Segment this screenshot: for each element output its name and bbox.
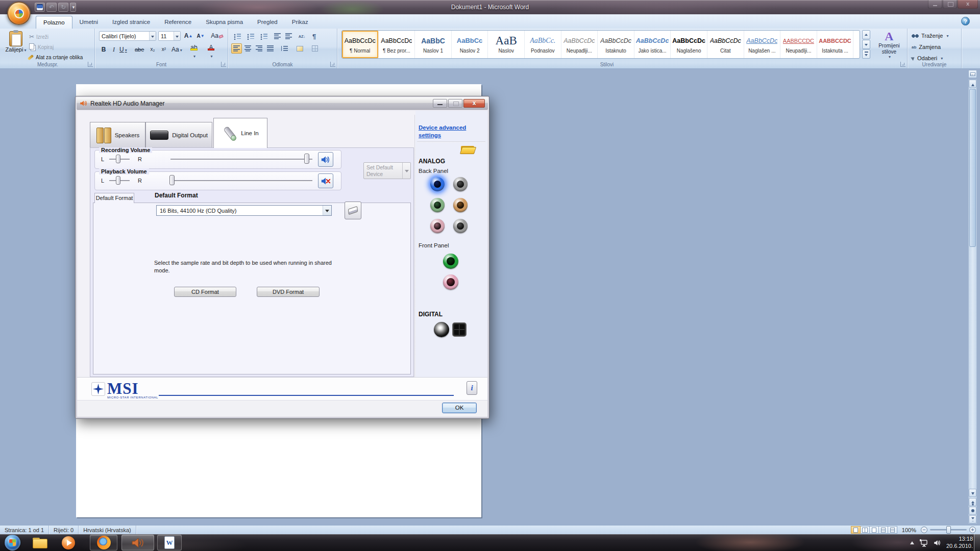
- taskbar-word-button[interactable]: [157, 535, 182, 550]
- superscript-button[interactable]: x²: [159, 44, 168, 55]
- style-cell-heading1[interactable]: AaBbCNaslov 1: [415, 31, 452, 58]
- folder-icon[interactable]: [461, 144, 475, 154]
- taskbar-media-player-button[interactable]: [57, 534, 80, 551]
- select-browse-object-button[interactable]: [969, 507, 976, 515]
- optical-connector[interactable]: [452, 322, 467, 337]
- draft-view-button[interactable]: [888, 526, 897, 534]
- gallery-scroll-up-button[interactable]: [862, 30, 870, 39]
- zoom-in-button[interactable]: +: [969, 527, 976, 533]
- style-cell-no-spacing[interactable]: AaBbCcDc¶ Bez pror...: [379, 31, 415, 58]
- recording-volume-slider[interactable]: [170, 152, 312, 165]
- close-button[interactable]: [958, 0, 978, 9]
- help-button[interactable]: ?: [961, 17, 970, 26]
- highlight-button[interactable]: ab: [189, 44, 199, 55]
- show-desktop-button[interactable]: [974, 534, 980, 551]
- jack-pink-mic[interactable]: [430, 219, 445, 233]
- find-button[interactable]: Traženje: [912, 33, 948, 39]
- default-format-tab[interactable]: Default Format: [94, 193, 134, 203]
- clear-formatting-button[interactable]: Aa: [209, 31, 225, 41]
- zoom-slider[interactable]: [930, 529, 967, 531]
- save-button[interactable]: [35, 3, 45, 12]
- web-layout-view-button[interactable]: [869, 526, 879, 534]
- tab-izgled-stranice[interactable]: Izgled stranice: [105, 16, 157, 29]
- restore-button[interactable]: [943, 0, 957, 9]
- set-default-device-button[interactable]: Set Default Device: [363, 162, 411, 179]
- recording-balance-slider[interactable]: [109, 152, 130, 165]
- select-button[interactable]: Odaberi: [912, 55, 943, 61]
- reset-format-button[interactable]: [345, 202, 361, 219]
- font-dialog-launcher[interactable]: [221, 62, 226, 67]
- volume-icon[interactable]: [934, 539, 941, 546]
- tab-line-in[interactable]: Line In: [213, 118, 267, 148]
- clipboard-dialog-launcher[interactable]: [88, 62, 93, 67]
- format-painter-button[interactable]: Alat za crtanje oblika: [28, 53, 83, 62]
- numbering-button[interactable]: [244, 31, 257, 41]
- italic-button[interactable]: I: [109, 44, 118, 55]
- change-styles-button[interactable]: A Promijeni stilove: [873, 30, 905, 61]
- font-name-select[interactable]: Calibri (Tijelo): [99, 31, 156, 41]
- jack-front-pink-mic[interactable]: [443, 274, 458, 290]
- minimize-button[interactable]: [928, 0, 942, 9]
- justify-button[interactable]: [265, 43, 276, 54]
- jack-gray-rear[interactable]: [453, 219, 468, 233]
- style-cell-emphasis[interactable]: AaBbCcDcIstaknuto: [598, 31, 634, 58]
- jack-gray-side[interactable]: [453, 177, 468, 191]
- previous-page-button[interactable]: [969, 498, 976, 506]
- cut-button[interactable]: ✂ Izreži: [29, 32, 48, 41]
- jack-blue-line-in[interactable]: [430, 177, 445, 191]
- qat-customize-button[interactable]: [70, 3, 76, 12]
- font-color-button[interactable]: A: [206, 44, 216, 55]
- zoom-level[interactable]: 100%: [902, 527, 916, 533]
- strikethrough-button[interactable]: abe: [134, 44, 145, 55]
- outline-view-button[interactable]: [878, 526, 888, 534]
- ruler-toggle-button[interactable]: [968, 70, 977, 78]
- taskbar-audio-manager-button[interactable]: [121, 535, 154, 550]
- info-button[interactable]: i: [467, 381, 477, 395]
- dialog-close-button[interactable]: [463, 99, 485, 108]
- zoom-out-button[interactable]: −: [921, 527, 927, 533]
- scroll-down-button[interactable]: [969, 489, 976, 497]
- chevron-down-icon[interactable]: [174, 32, 180, 40]
- align-left-button[interactable]: [231, 43, 242, 54]
- tab-pregled[interactable]: Pregled: [250, 16, 285, 29]
- volume-thumb[interactable]: [304, 154, 309, 164]
- vertical-scrollbar[interactable]: [968, 79, 977, 524]
- dialog-minimize-button[interactable]: [433, 99, 447, 108]
- align-center-button[interactable]: [242, 43, 253, 54]
- style-cell-subtle-emphasis[interactable]: AaBbCcDcNeupadlji...: [561, 31, 598, 58]
- balance-thumb[interactable]: [116, 155, 120, 163]
- volume-thumb[interactable]: [169, 175, 175, 185]
- tab-skupna-pisma[interactable]: Skupna pisma: [199, 16, 250, 29]
- tab-umetni[interactable]: Umetni: [72, 16, 105, 29]
- multilevel-list-button[interactable]: [258, 31, 270, 41]
- tab-digital-output[interactable]: Digital Output: [145, 122, 212, 147]
- tab-reference[interactable]: Reference: [157, 16, 199, 29]
- scroll-up-button[interactable]: [969, 80, 976, 88]
- print-layout-view-button[interactable]: [851, 526, 861, 534]
- spdif-rca-connector[interactable]: [434, 322, 449, 337]
- page-count-status[interactable]: Stranica: 1 od 1: [0, 525, 49, 534]
- jack-green-line-out[interactable]: [430, 198, 445, 212]
- scrollbar-thumb[interactable]: [969, 89, 976, 247]
- underline-button[interactable]: U: [118, 44, 128, 55]
- style-cell-heading2[interactable]: AaBbCcNaslov 2: [452, 31, 488, 58]
- jack-orange-center[interactable]: [453, 198, 468, 212]
- borders-button[interactable]: [309, 43, 321, 54]
- shading-button[interactable]: [293, 43, 306, 54]
- align-right-button[interactable]: [254, 43, 264, 54]
- tab-prikaz[interactable]: Prikaz: [285, 16, 315, 29]
- jack-front-green-headphone[interactable]: [443, 254, 458, 269]
- format-select[interactable]: 16 Bits, 44100 Hz (CD Quality): [156, 205, 332, 216]
- ok-button[interactable]: OK: [442, 403, 477, 413]
- tab-speakers[interactable]: Speakers: [90, 122, 145, 147]
- shrink-font-button[interactable]: A▼: [195, 31, 206, 41]
- style-cell-strong[interactable]: AaBbCcDcNaglašeno: [671, 31, 707, 58]
- repeat-button[interactable]: ↻: [58, 3, 68, 12]
- style-cell-title[interactable]: AaBNaslov: [488, 31, 525, 58]
- increase-indent-button[interactable]: [283, 31, 294, 41]
- style-cell-quote[interactable]: AaBbCcDcCitat: [707, 31, 744, 58]
- font-size-select[interactable]: 11: [158, 31, 181, 41]
- style-cell-normal[interactable]: AaBbCcDc¶ Normal: [342, 31, 379, 58]
- style-cell-intense-emphasis[interactable]: AaBbCcDcJako istica...: [634, 31, 671, 58]
- chevron-down-icon[interactable]: [323, 206, 331, 215]
